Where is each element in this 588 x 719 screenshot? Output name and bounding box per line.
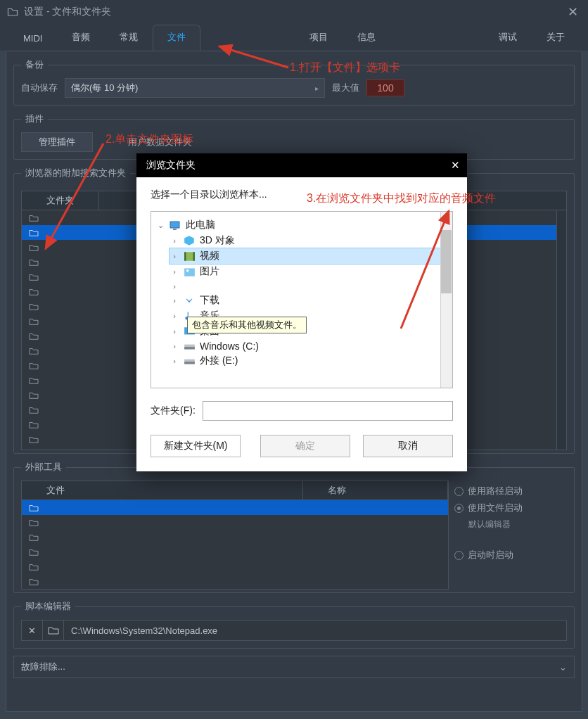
cube-icon	[184, 236, 196, 246]
cancel-button[interactable]: 取消	[363, 435, 453, 457]
browser-legend: 浏览器的附加搜索文件夹	[21, 167, 130, 179]
autosave-label: 自动保存	[21, 82, 58, 94]
window-close-button[interactable]: ✕	[565, 4, 581, 20]
tabbar: MIDI 音频 常规 文件 项目 信息 调试 关于	[0, 24, 588, 51]
tree-item[interactable]: ›视频	[170, 248, 449, 264]
tree-item[interactable]: ›下载	[170, 293, 449, 308]
folder-icon	[29, 288, 39, 296]
radio-start-on-launch[interactable]: 启动时启动	[454, 549, 523, 561]
new-folder-button[interactable]: 新建文件夹(M)	[151, 435, 241, 457]
folder-icon	[7, 6, 18, 18]
userdata-label: 用户数据文件夹	[128, 136, 192, 148]
svg-rect-5	[184, 268, 195, 276]
folder-icon	[29, 578, 39, 586]
ok-button[interactable]: 确定	[260, 435, 350, 457]
folder-icon	[29, 421, 39, 429]
list-item[interactable]	[22, 530, 448, 545]
default-editor-label: 默认编辑器	[468, 518, 523, 530]
tab-debug[interactable]: 调试	[484, 25, 532, 51]
tree-tooltip: 包含音乐和其他视频文件。	[187, 317, 307, 333]
folder-icon	[29, 332, 39, 341]
drive-icon	[184, 341, 196, 352]
tab-info[interactable]: 信息	[343, 25, 390, 51]
folder-icon	[29, 533, 39, 542]
autosave-select[interactable]: 偶尔(每 10 分钟) ▸	[65, 78, 325, 98]
window-titlebar: 设置 - 文件和文件夹 ✕	[0, 0, 588, 24]
collapse-icon[interactable]: ⌄	[155, 221, 165, 230]
script-legend: 脚本编辑器	[21, 600, 75, 613]
radio-use-path[interactable]: 使用路径启动	[454, 485, 523, 497]
folder-icon	[29, 504, 39, 512]
tree-item[interactable]: ›	[170, 279, 449, 293]
list-item[interactable]	[22, 574, 448, 589]
list-item[interactable]	[22, 515, 448, 530]
folder-icon	[29, 214, 39, 222]
tab-project[interactable]: 项目	[295, 25, 343, 51]
plugin-legend: 插件	[21, 113, 48, 125]
svg-point-6	[186, 269, 188, 272]
list-item[interactable]	[22, 500, 448, 515]
manage-plugins-button[interactable]: 管理插件	[21, 132, 93, 152]
folder-field-label: 文件夹(F):	[151, 405, 196, 417]
backup-legend: 备份	[21, 58, 48, 71]
folder-icon	[29, 376, 39, 385]
folder-icon	[29, 243, 39, 252]
tab-general[interactable]: 常规	[105, 25, 153, 51]
external-tools-group: 外部工具 文件 名称	[13, 461, 575, 593]
folder-icon	[29, 317, 39, 326]
video-icon	[184, 251, 196, 262]
browse-folder-dialog: 浏览文件夹 ✕ 选择一个目录以浏览样本... ⌄ 此电脑 ›3D 对象 ›视频 …	[136, 153, 467, 471]
tab-midi[interactable]: MIDI	[8, 27, 57, 51]
external-legend: 外部工具	[21, 461, 66, 473]
folder-icon	[29, 391, 39, 400]
folder-tree[interactable]: ⌄ 此电脑 ›3D 对象 ›视频 ›图片 › ›下载 ›音乐 ›桌面 ›Wind…	[151, 211, 453, 388]
pc-icon	[170, 220, 181, 231]
folder-icon	[29, 548, 39, 556]
folder-icon	[29, 273, 39, 281]
scrollbar[interactable]	[556, 210, 566, 450]
folder-icon	[29, 258, 39, 267]
script-editor-group: 脚本编辑器 ✕ C:\Windows\System32\Notepad.exe	[13, 600, 575, 649]
folder-icon	[29, 518, 39, 527]
dialog-instruction: 选择一个目录以浏览样本...	[151, 189, 453, 201]
tab-file[interactable]: 文件	[153, 25, 200, 51]
max-value-input[interactable]: 100	[366, 79, 404, 96]
tree-item[interactable]: ›图片	[170, 264, 449, 279]
svg-rect-9	[184, 347, 195, 349]
script-path: C:\Windows\System32\Notepad.exe	[64, 625, 217, 636]
chevron-right-icon: ▸	[315, 84, 319, 92]
tree-scrollbar[interactable]	[440, 212, 452, 388]
folder-icon	[29, 406, 39, 414]
radio-use-file[interactable]: 使用文件启动	[454, 502, 523, 514]
folder-name-input[interactable]	[203, 401, 453, 421]
tree-item[interactable]: ›外接 (E:)	[170, 353, 449, 369]
folder-icon	[29, 347, 39, 355]
list-item[interactable]	[22, 545, 448, 559]
tab-audio[interactable]: 音频	[57, 25, 105, 51]
col-folder[interactable]: 文件夹	[22, 191, 99, 210]
folder-icon	[29, 229, 39, 237]
col-file[interactable]: 文件	[22, 481, 303, 500]
folder-icon	[29, 303, 39, 311]
download-icon	[184, 295, 196, 306]
folder-icon	[29, 435, 39, 444]
max-label: 最大值	[332, 82, 359, 94]
browse-button[interactable]	[43, 621, 64, 640]
troubleshoot-expander[interactable]: 故障排除... ⌄	[13, 656, 575, 678]
svg-rect-3	[184, 252, 186, 260]
svg-rect-0	[170, 222, 179, 228]
folder-icon	[29, 563, 39, 571]
tree-item[interactable]: ›3D 对象	[170, 233, 449, 248]
col-name[interactable]: 名称	[303, 481, 448, 500]
svg-rect-1	[173, 229, 177, 230]
tree-root[interactable]: ⌄ 此电脑	[155, 217, 449, 233]
plugin-group: 插件 管理插件 用户数据文件夹	[13, 113, 575, 160]
backup-group: 备份 自动保存 偶尔(每 10 分钟) ▸ 最大值 100	[13, 58, 575, 106]
tree-item[interactable]: ›Windows (C:)	[170, 339, 449, 353]
svg-rect-11	[184, 362, 195, 364]
clear-button[interactable]: ✕	[22, 621, 43, 640]
dialog-close-button[interactable]: ✕	[451, 159, 460, 172]
dialog-title: 浏览文件夹	[146, 159, 196, 172]
tab-about[interactable]: 关于	[532, 25, 580, 51]
list-item[interactable]	[22, 559, 448, 574]
